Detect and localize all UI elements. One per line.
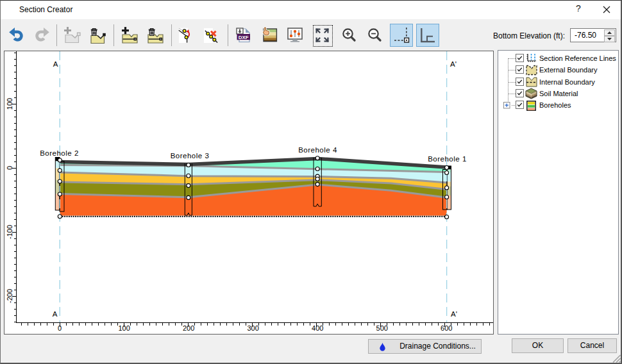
svg-text:600: 600 — [441, 324, 452, 332]
svg-text:400: 400 — [312, 324, 323, 332]
svg-text:A': A' — [450, 60, 457, 68]
svg-text:Borehole 4: Borehole 4 — [298, 146, 337, 154]
svg-text:100: 100 — [6, 98, 13, 110]
svg-text:A: A — [53, 310, 58, 318]
svg-text:Borehole 2: Borehole 2 — [40, 149, 79, 157]
svg-text:100: 100 — [118, 324, 130, 332]
svg-text:Borehole 1: Borehole 1 — [428, 155, 467, 163]
svg-text:0: 0 — [6, 166, 13, 170]
svg-text:A': A' — [451, 310, 457, 318]
svg-text:A: A — [53, 60, 58, 68]
svg-text:0: 0 — [58, 324, 62, 332]
svg-text:Borehole 3: Borehole 3 — [171, 152, 210, 160]
svg-text:-200: -200 — [6, 289, 13, 303]
svg-text:200: 200 — [183, 324, 194, 332]
svg-text:DXF: DXF — [239, 35, 249, 40]
svg-text:-100: -100 — [6, 225, 13, 239]
svg-text:500: 500 — [376, 324, 388, 332]
svg-text:300: 300 — [247, 324, 258, 332]
